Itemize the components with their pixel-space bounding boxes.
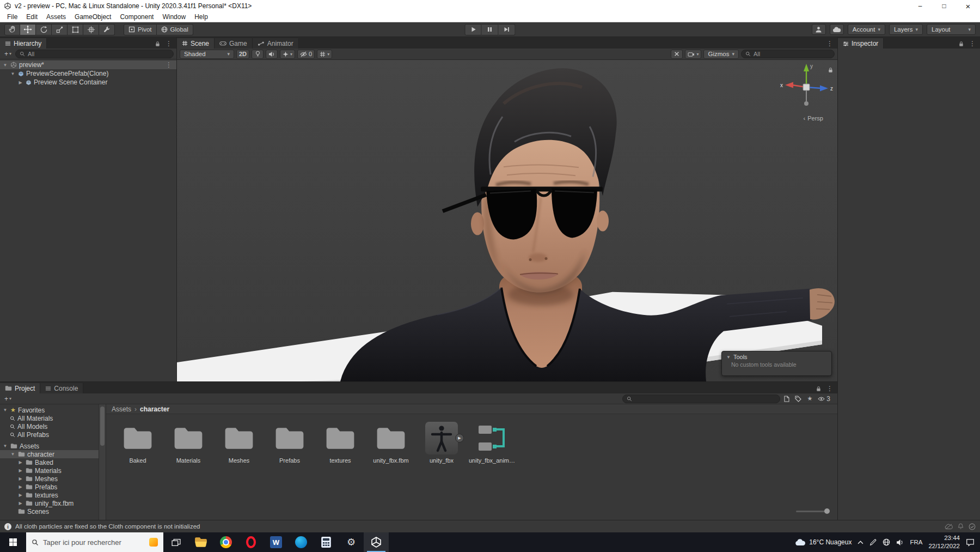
tab-hierarchy[interactable]: Hierarchy — [0, 38, 47, 48]
menu-assets[interactable]: Assets — [42, 13, 70, 21]
tool-settings-button[interactable] — [671, 50, 683, 59]
hierarchy-search-input[interactable]: All — [15, 50, 174, 58]
lock-icon[interactable] — [816, 386, 822, 392]
tab-animator[interactable]: Animator — [253, 38, 299, 48]
shading-mode-dropdown[interactable]: Shaded ▾ — [180, 50, 234, 59]
tree-scrollbar[interactable] — [99, 404, 106, 520]
tree-row-meshes[interactable]: ▶ Meshes — [0, 475, 106, 483]
asset-tile-unity-fbx-fbm[interactable]: unity_fbx.fbm — [367, 421, 415, 464]
taskbar-clock[interactable]: 23:44 22/12/2022 — [928, 534, 960, 550]
breadcrumb-current[interactable]: character — [140, 405, 169, 413]
task-view-button[interactable] — [163, 532, 188, 552]
lock-icon[interactable] — [958, 41, 964, 47]
app-icon-word[interactable]: W — [264, 532, 289, 552]
scene-audio-toggle[interactable] — [266, 50, 278, 59]
scrollbar-thumb[interactable] — [100, 407, 105, 446]
bell-icon[interactable] — [958, 523, 964, 530]
asset-tile-baked[interactable]: Baked — [114, 421, 162, 464]
foldout-open-icon[interactable]: ▼ — [10, 71, 16, 76]
menu-component[interactable]: Component — [115, 13, 158, 21]
hidden-packages-toggle[interactable]: 3 — [816, 395, 835, 403]
search-by-label-button[interactable] — [793, 396, 803, 402]
lock-icon[interactable] — [155, 41, 161, 47]
scene-viewport[interactable]: x y z ‹ Persp ▼ — [177, 60, 837, 381]
account-dropdown[interactable]: Account ▾ — [848, 24, 885, 35]
foldout-closed-icon[interactable]: ▶ — [17, 80, 23, 85]
slider-knob[interactable] — [824, 508, 830, 514]
app-icon-opera[interactable] — [238, 532, 264, 552]
tree-row-unity-fbx-fbm[interactable]: ▶ unity_fbx.fbm — [0, 499, 106, 507]
pen-icon[interactable] — [869, 539, 877, 546]
gizmos-dropdown[interactable]: Gizmos ▾ — [703, 50, 739, 59]
menu-help[interactable]: Help — [190, 13, 212, 21]
panel-menu-icon[interactable]: ⋮ — [969, 40, 976, 47]
tab-console[interactable]: Console — [40, 383, 83, 393]
network-icon[interactable] — [883, 538, 890, 546]
projection-toggle[interactable]: ‹ Persp — [804, 115, 823, 122]
panel-menu-icon[interactable]: ⋮ — [826, 40, 833, 47]
layers-dropdown[interactable]: Layers ▾ — [889, 24, 923, 35]
tab-scene[interactable]: Scene — [177, 38, 215, 48]
create-asset-button[interactable]: + ▾ — [3, 395, 13, 403]
favorite-all-models[interactable]: All Models — [0, 422, 106, 430]
menu-window[interactable]: Window — [158, 13, 190, 21]
save-search-button[interactable]: ★ — [805, 395, 814, 402]
toggle-2d-button[interactable]: 2D — [236, 50, 249, 59]
scene-camera-dropdown[interactable]: ▾ — [685, 50, 701, 59]
favorite-all-materials[interactable]: All Materials — [0, 414, 106, 422]
hierarchy-row-container[interactable]: ▶ Preview Scene Container — [0, 78, 176, 87]
foldout-closed-icon[interactable]: ▶ — [17, 460, 23, 465]
favorite-all-prefabs[interactable]: All Prefabs — [0, 430, 106, 439]
tree-row-assets[interactable]: ▼ Assets — [0, 442, 106, 450]
pause-button[interactable] — [482, 24, 499, 35]
search-by-type-button[interactable] — [782, 396, 791, 402]
scene-lighting-toggle[interactable] — [252, 50, 264, 59]
collab-button[interactable] — [812, 24, 826, 35]
search-highlights-icon[interactable] — [149, 538, 158, 547]
action-center-icon[interactable] — [966, 538, 975, 547]
expand-subassets-button[interactable]: ▶ — [455, 434, 464, 442]
asset-tile-textures[interactable]: textures — [316, 421, 364, 464]
scale-tool-button[interactable] — [52, 24, 68, 35]
foldout-closed-icon[interactable]: ▶ — [17, 484, 23, 489]
play-button[interactable] — [465, 24, 482, 35]
pivot-toggle[interactable]: Pivot — [124, 24, 157, 35]
scene-options-icon[interactable]: ⋮ — [166, 61, 176, 69]
foldout-open-icon[interactable]: ▼ — [2, 408, 8, 413]
foldout-open-icon[interactable]: ▼ — [2, 444, 8, 448]
close-button[interactable]: × — [956, 0, 980, 12]
app-icon-file-explorer[interactable] — [188, 532, 213, 552]
hierarchy-row-prefab[interactable]: ▼ PreviewScenePrefab(Clone) — [0, 69, 176, 78]
volume-icon[interactable] — [896, 539, 904, 546]
tab-game[interactable]: Game — [215, 38, 253, 48]
transform-tool-button[interactable] — [83, 24, 99, 35]
hierarchy-row-scene[interactable]: ▼ preview* ⋮ — [0, 60, 176, 69]
maximize-button[interactable]: □ — [932, 0, 956, 12]
panel-menu-icon[interactable]: ⋮ — [166, 40, 172, 47]
asset-tile-unity-fbx[interactable]: ▶ unity_fbx — [418, 421, 465, 464]
breadcrumb-root[interactable]: Assets — [112, 405, 131, 413]
foldout-closed-icon[interactable]: ▶ — [17, 493, 23, 498]
foldout-closed-icon[interactable]: ▶ — [17, 501, 23, 506]
taskbar-search-input[interactable]: Taper ici pour rechercher — [26, 532, 163, 552]
hidden-objects-toggle[interactable]: 0 — [297, 50, 315, 59]
language-indicator[interactable]: FRA — [910, 539, 922, 545]
global-toggle[interactable]: Global — [157, 24, 193, 35]
tree-row-scenes[interactable]: Scenes — [0, 507, 106, 515]
asset-tile-meshes[interactable]: Meshes — [215, 421, 263, 464]
grid-visibility-dropdown[interactable]: ▾ — [317, 50, 332, 59]
lock-icon[interactable] — [828, 67, 834, 73]
app-icon-calculator[interactable] — [314, 532, 339, 552]
asset-tile-materials[interactable]: Materials — [164, 421, 212, 464]
tree-row-materials[interactable]: ▶ Materials — [0, 466, 106, 475]
hidden-icons-chevron-icon[interactable] — [857, 541, 863, 544]
custom-tool-button[interactable] — [99, 24, 115, 35]
tab-inspector[interactable]: Inspector — [838, 38, 884, 48]
tab-project[interactable]: Project — [0, 383, 40, 393]
scene-search-input[interactable]: All — [741, 50, 835, 58]
app-icon-chrome[interactable] — [213, 532, 238, 552]
foldout-closed-icon[interactable]: ▶ — [17, 468, 23, 473]
app-icon-settings[interactable]: ⚙ — [339, 532, 364, 552]
menu-file[interactable]: File — [3, 13, 22, 21]
tools-overlay-header[interactable]: ▼ Tools — [722, 351, 831, 361]
